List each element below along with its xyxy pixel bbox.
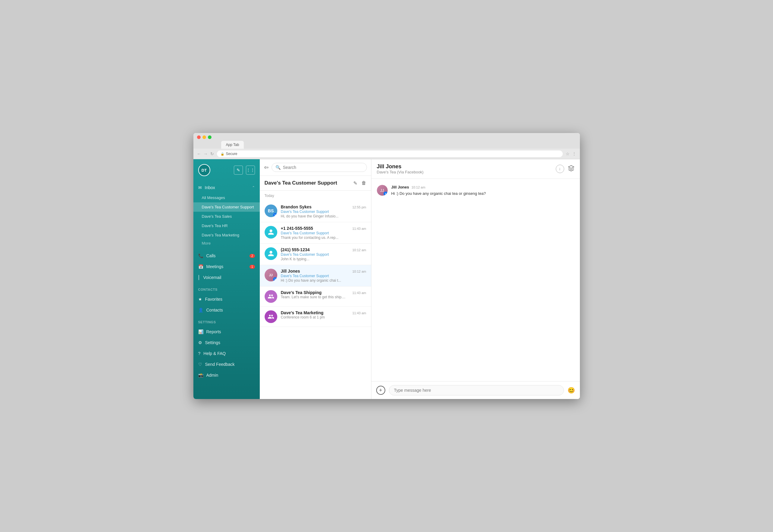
- conversation-header-icons: ✎ 🗑: [353, 180, 366, 186]
- layers-button[interactable]: [568, 165, 575, 173]
- voicemail-icon: ⎢: [198, 275, 200, 280]
- conversation-item-phone1[interactable]: +1 241-555-5555 11:43 am Dave's Tea Cust…: [260, 222, 371, 244]
- plus-icon: +: [379, 387, 382, 394]
- conv-body-marketing: Dave's Tea Marketing 11:43 am Conference…: [281, 310, 366, 323]
- search-input[interactable]: [283, 165, 363, 170]
- grid-icon: ⋮⋮: [246, 168, 255, 173]
- emoji-button[interactable]: 😊: [568, 387, 575, 394]
- right-panel: Jill Jones Dave's Tea (Via Facebook) i: [371, 159, 580, 399]
- chat-message-content-0: Jill Jones 10:12 am Hi :) Do you have an…: [391, 185, 575, 197]
- sidebar-item-feedback[interactable]: ♡ Send Feedback: [193, 359, 260, 370]
- sidebar-sub-daves-tea-sales[interactable]: Dave's Tea Sales: [193, 212, 260, 221]
- contacts-section-label: CONTACTS: [193, 284, 260, 293]
- sidebar-more-button[interactable]: More: [193, 240, 260, 248]
- sidebar-item-reports[interactable]: 📊 Reports: [193, 326, 260, 337]
- sidebar-sub-all-messages[interactable]: All Messages: [193, 193, 260, 202]
- conversation-list: BS f Brandon Sykes 12:55 pm Dave's Tea C…: [260, 201, 371, 399]
- star-icon[interactable]: ☆: [566, 151, 570, 156]
- meetings-icon: 📅: [198, 264, 203, 269]
- browser-actions: ☆ ⋮: [566, 151, 576, 156]
- fb-badge-jill: f: [273, 277, 277, 281]
- grid-button[interactable]: ⋮⋮: [246, 166, 255, 175]
- avatar-shipping: [264, 290, 277, 303]
- chat-message-0: JJ f Jill Jones 10:12 am Hi :) Do you ha…: [377, 185, 575, 197]
- conversation-item-marketing[interactable]: Dave's Tea Marketing 11:43 am Conference…: [260, 307, 371, 327]
- browser-tab[interactable]: App Tab: [221, 141, 244, 149]
- contact-name: Jill Jones: [377, 163, 424, 170]
- sidebar-sub-daves-tea-hr[interactable]: Dave's Tea HR: [193, 221, 260, 230]
- contacts-icon: 👤: [198, 308, 203, 312]
- conversation-item-phone2[interactable]: (241) 555-1234 10:12 am Dave's Tea Custo…: [260, 244, 371, 265]
- avatar-phone1: [264, 226, 277, 239]
- inbox-icon: ✉: [198, 185, 202, 190]
- chevron-up-icon: ⌃: [252, 185, 255, 190]
- forward-icon[interactable]: →: [204, 151, 208, 156]
- conversation-item-jill[interactable]: JJ f Jill Jones 10:12 am Dave's Tea Cust…: [260, 265, 371, 287]
- sidebar: DT ✎ ⋮⋮ ✉ Inbox ⌃: [193, 159, 260, 399]
- conversation-item-shipping[interactable]: Dave's Tea Shipping 11:43 am Team. Let's…: [260, 287, 371, 307]
- traffic-light-red[interactable]: [197, 135, 201, 139]
- sidebar-item-contacts[interactable]: 👤 Contacts: [193, 305, 260, 315]
- contacts-section: ★ Favorites 👤 Contacts: [193, 293, 260, 317]
- avatar-jill: JJ f: [264, 269, 277, 281]
- lock-icon: 🔒: [220, 152, 224, 156]
- url-bar[interactable]: 🔒 Secure: [217, 150, 563, 157]
- avatar-brandon: BS f: [264, 204, 277, 217]
- refresh-icon[interactable]: ↻: [210, 151, 214, 156]
- edit-conversation-icon[interactable]: ✎: [353, 180, 357, 186]
- menu-icon[interactable]: ⋮: [572, 151, 576, 156]
- settings-section: 📊 Reports ⚙ Settings ? Help & FAQ ♡ Send…: [193, 325, 260, 382]
- conversation-item-brandon[interactable]: BS f Brandon Sykes 12:55 pm Dave's Tea C…: [260, 201, 371, 222]
- conv-body-phone2: (241) 555-1234 10:12 am Dave's Tea Custo…: [281, 247, 366, 261]
- reports-icon: 📊: [198, 329, 203, 334]
- sidebar-header: DT ✎ ⋮⋮: [193, 159, 260, 181]
- avatar-marketing: [264, 310, 277, 323]
- sidebar-sub-daves-tea-marketing[interactable]: Dave's Tea Marketing: [193, 230, 260, 240]
- search-icon: 🔍: [275, 165, 280, 170]
- traffic-light-yellow[interactable]: [202, 135, 206, 139]
- chat-fb-badge: f: [383, 192, 388, 196]
- right-header-icons: i: [556, 165, 575, 173]
- settings-icon: ⚙: [198, 340, 202, 345]
- feedback-icon: ♡: [198, 362, 202, 367]
- sidebar-item-favorites[interactable]: ★ Favorites: [193, 294, 260, 305]
- inbox-section: ✉ Inbox ⌃ All Messages Dave's Tea Custom…: [193, 181, 260, 249]
- calls-icon: 📞: [198, 253, 203, 258]
- sidebar-sub-daves-tea-support[interactable]: Dave's Tea Customer Support: [193, 202, 260, 212]
- traffic-light-green[interactable]: [208, 135, 211, 139]
- search-box[interactable]: 🔍: [271, 163, 367, 172]
- message-input[interactable]: [389, 385, 564, 395]
- sidebar-item-admin[interactable]: 📸 Admin: [193, 370, 260, 381]
- sidebar-item-settings[interactable]: ⚙ Settings: [193, 337, 260, 348]
- avatar: DT: [198, 164, 210, 176]
- delete-conversation-icon[interactable]: 🗑: [361, 180, 366, 186]
- sidebar-item-calls[interactable]: 📞 Calls 2: [193, 250, 260, 261]
- help-icon: ?: [198, 351, 201, 356]
- sidebar-item-meetings[interactable]: 📅 Meetings 1: [193, 261, 260, 272]
- sidebar-item-help[interactable]: ? Help & FAQ: [193, 348, 260, 359]
- calls-section: 📞 Calls 2 📅 Meetings 1 ⎢ Voicemail: [193, 249, 260, 284]
- message-input-area: + 😊: [371, 381, 580, 399]
- panel-back-icon[interactable]: ⇦: [264, 164, 268, 171]
- conv-body-shipping: Dave's Tea Shipping 11:43 am Team. Let's…: [281, 290, 366, 303]
- middle-panel: ⇦ 🔍 Dave's Tea Customer Support ✎ 🗑 Toda…: [260, 159, 371, 399]
- sidebar-item-voicemail[interactable]: ⎢ Voicemail: [193, 272, 260, 283]
- url-text: Secure: [226, 152, 237, 156]
- settings-section-label: SETTINGS: [193, 317, 260, 325]
- fb-badge-brandon: f: [273, 213, 277, 217]
- add-attachment-button[interactable]: +: [376, 386, 385, 395]
- compose-icon: ✎: [236, 168, 240, 173]
- right-header: Jill Jones Dave's Tea (Via Facebook) i: [371, 159, 580, 179]
- conv-body-jill: Jill Jones 10:12 am Dave's Tea Customer …: [281, 269, 366, 283]
- sidebar-item-inbox[interactable]: ✉ Inbox ⌃: [193, 182, 260, 193]
- chat-avatar-jill: JJ f: [377, 185, 388, 196]
- conversation-header: Dave's Tea Customer Support ✎ 🗑: [260, 176, 371, 191]
- browser-nav: ← → ↻: [197, 151, 214, 156]
- info-button[interactable]: i: [556, 165, 564, 173]
- back-icon[interactable]: ←: [197, 151, 201, 156]
- middle-search-header: ⇦ 🔍: [260, 159, 371, 176]
- date-divider: Today: [260, 191, 371, 201]
- conversation-title: Dave's Tea Customer Support: [264, 180, 337, 186]
- sidebar-header-icons: ✎ ⋮⋮: [234, 166, 255, 175]
- compose-button[interactable]: ✎: [234, 166, 243, 175]
